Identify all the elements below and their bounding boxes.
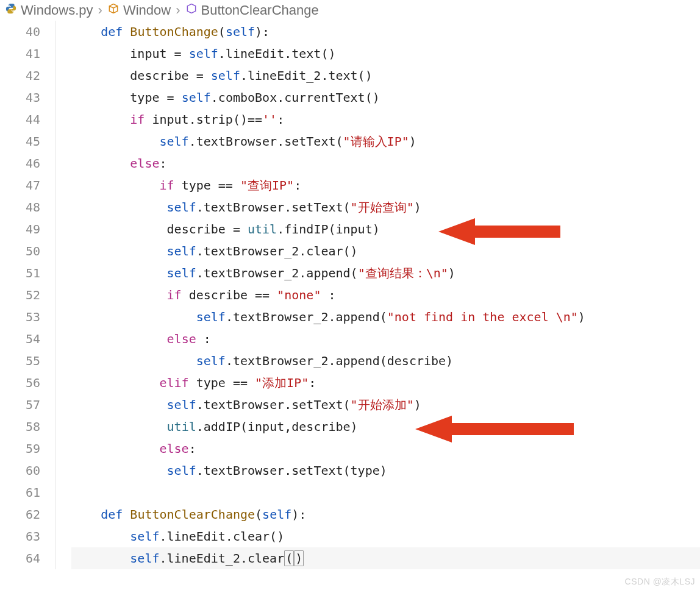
breadcrumb-method-label: ButtonClearChange	[201, 2, 319, 18]
code-line: elif type == "添加IP":	[71, 372, 700, 394]
breadcrumb-file-label: Windows.py	[21, 2, 93, 18]
line-number: 48	[0, 196, 40, 218]
line-number: 63	[0, 525, 40, 547]
line-number: 46	[0, 152, 40, 174]
line-number: 60	[0, 460, 40, 482]
line-number: 49	[0, 218, 40, 240]
code-line: if type == "查询IP":	[71, 174, 700, 196]
breadcrumb-class[interactable]: Window	[107, 2, 171, 18]
line-number: 40	[0, 21, 40, 43]
code-line: if describe == "none" :	[71, 284, 700, 306]
line-number: 56	[0, 372, 40, 394]
code-line: self.textBrowser.setText("请输入IP")	[71, 130, 700, 152]
code-line	[71, 482, 700, 503]
code-line: util.addIP(input,describe)	[71, 416, 700, 438]
code-line: self.textBrowser_2.append(describe)	[71, 350, 700, 372]
gutter-separator	[55, 21, 55, 569]
line-number-gutter: 40 41 42 43 44 45 46 47 48 49 50 51 52 5…	[0, 21, 55, 569]
line-number: 52	[0, 284, 40, 306]
code-line: self.textBrowser_2.append("查询结果：\n")	[71, 262, 700, 284]
line-number: 51	[0, 262, 40, 284]
method-icon	[185, 2, 198, 18]
chevron-right-icon: ›	[174, 2, 181, 18]
line-number: 50	[0, 240, 40, 262]
line-number: 53	[0, 306, 40, 328]
code-line: def ButtonClearChange(self):	[71, 503, 700, 525]
breadcrumb-file[interactable]: Windows.py	[5, 2, 93, 18]
code-line: self.textBrowser.setText("开始查询")	[71, 196, 700, 218]
line-number: 58	[0, 416, 40, 438]
line-number: 43	[0, 87, 40, 108]
code-line-current: self.lineEdit_2.clear()	[71, 547, 700, 569]
code-line: type = self.comboBox.currentText()	[71, 87, 700, 108]
code-line: else:	[71, 438, 700, 460]
code-line: describe = util.findIP(input)	[71, 218, 700, 240]
line-number: 42	[0, 65, 40, 87]
line-number: 41	[0, 43, 40, 65]
code-line: else :	[71, 328, 700, 350]
line-number: 61	[0, 482, 40, 503]
chevron-right-icon: ›	[97, 2, 104, 18]
line-number: 55	[0, 350, 40, 372]
code-line: def ButtonChange(self):	[71, 21, 700, 43]
line-number: 47	[0, 174, 40, 196]
code-line: self.textBrowser.setText(type)	[71, 460, 700, 482]
class-icon	[107, 2, 120, 18]
breadcrumb[interactable]: Windows.py › Window › ButtonClearChange	[0, 0, 700, 21]
line-number: 54	[0, 328, 40, 350]
code-line: self.textBrowser.setText("开始添加")	[71, 394, 700, 416]
breadcrumb-method[interactable]: ButtonClearChange	[185, 2, 319, 18]
line-number: 59	[0, 438, 40, 460]
code-line: input = self.lineEdit.text()	[71, 43, 700, 65]
code-line: self.lineEdit.clear()	[71, 525, 700, 547]
breadcrumb-class-label: Window	[123, 2, 171, 18]
code-line: else:	[71, 152, 700, 174]
code-editor[interactable]: 40 41 42 43 44 45 46 47 48 49 50 51 52 5…	[0, 21, 700, 569]
line-number: 64	[0, 547, 40, 569]
line-number: 45	[0, 130, 40, 152]
line-number: 57	[0, 394, 40, 416]
python-icon	[5, 2, 17, 18]
code-line: self.textBrowser_2.clear()	[71, 240, 700, 262]
code-line: describe = self.lineEdit_2.text()	[71, 65, 700, 87]
line-number: 44	[0, 108, 40, 130]
line-number: 62	[0, 503, 40, 525]
code-line: if input.strip()=='':	[71, 108, 700, 130]
code-line: self.textBrowser_2.append("not find in t…	[71, 306, 700, 328]
code-area[interactable]: def ButtonChange(self): input = self.lin…	[62, 21, 700, 569]
